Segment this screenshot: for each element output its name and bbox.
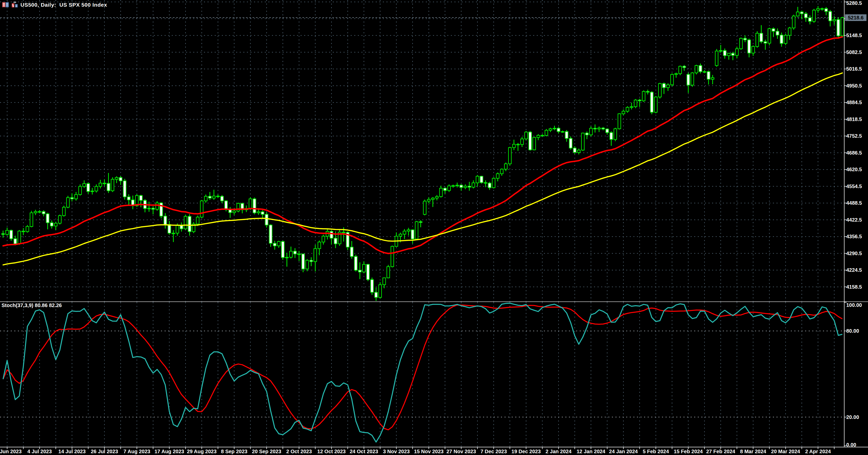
candle-body <box>586 133 588 135</box>
candle-body <box>62 207 65 216</box>
price-axis-label: 5016.5 <box>846 66 862 72</box>
candle-body <box>573 148 576 152</box>
stoch-axis-label: 100.00 <box>846 302 862 308</box>
candle-body <box>294 251 297 254</box>
date-axis-label: 12 Oct 2023 <box>317 448 346 454</box>
candle-body <box>557 128 560 132</box>
candle-body <box>687 75 690 85</box>
candle-body <box>642 91 645 101</box>
date-axis-label: 20 Sep 2023 <box>252 448 281 454</box>
price-axis-label: 4554.5 <box>846 183 862 189</box>
candle-body <box>156 203 158 209</box>
current-price-tag: 5218.6 <box>845 14 866 21</box>
chart-title-bar: US500, Daily: US SPX 500 Index <box>2 2 107 8</box>
candle-body <box>415 222 418 239</box>
candle-body <box>212 196 215 198</box>
chart-list-icon[interactable] <box>2 2 9 8</box>
candle-body <box>6 230 8 234</box>
candle-body <box>379 285 381 297</box>
candle-body <box>683 66 685 67</box>
candle-body <box>699 65 702 72</box>
candle-body <box>703 72 706 73</box>
candle-body <box>545 130 548 135</box>
candle-body <box>671 75 674 85</box>
candle-body <box>391 247 394 267</box>
candle-body <box>748 40 750 53</box>
candle-body <box>269 225 272 243</box>
candle-body <box>383 278 386 285</box>
candle-body <box>99 183 102 187</box>
candle-body <box>419 222 422 222</box>
candle-body <box>593 128 596 129</box>
candle-body <box>452 186 455 186</box>
price-chart-canvas[interactable] <box>0 0 868 455</box>
candle-body <box>808 18 811 21</box>
candle-body <box>829 11 832 21</box>
candle-body <box>776 31 779 35</box>
candle-body <box>330 231 333 238</box>
candle-body <box>66 198 69 207</box>
candle-body <box>533 137 536 150</box>
candle-body <box>273 244 276 246</box>
candle-body <box>821 9 824 9</box>
candle-body <box>658 84 661 97</box>
price-axis-label: 4950.5 <box>846 83 862 89</box>
candle-body <box>302 254 304 269</box>
candle-body <box>10 230 12 239</box>
price-axis-label: 4158.5 <box>846 284 862 290</box>
date-axis-label: 24 Jan 2024 <box>609 448 638 454</box>
candle-body <box>447 186 451 190</box>
candle-body <box>265 215 268 225</box>
date-axis-label: 27 Nov 2023 <box>446 448 476 454</box>
candle-body <box>472 183 475 187</box>
candle-body <box>87 184 90 192</box>
date-axis-label: 19 Dec 2023 <box>512 448 541 454</box>
candle-body <box>103 183 106 184</box>
candle-body <box>622 111 625 114</box>
chart-file-icon[interactable] <box>11 2 18 8</box>
candle-body <box>756 33 758 47</box>
candle-body <box>679 66 682 74</box>
trading-terminal: US500, Daily: US SPX 500 Index Stoch(37,… <box>0 0 868 455</box>
candle-body <box>14 239 17 244</box>
candle-body <box>541 135 544 136</box>
candle-body <box>618 114 621 129</box>
date-axis-label: 5 Feb 2024 <box>643 448 669 454</box>
candle-body <box>209 196 211 198</box>
stoch-indicator-label: Stoch(37,3,9) 80.86 82.26 <box>2 303 62 308</box>
candle-body <box>127 197 130 200</box>
price-axis-label: 4686.5 <box>846 150 862 156</box>
price-axis-label: 4224.5 <box>846 267 862 273</box>
candle-body <box>553 128 556 129</box>
candle-body <box>205 196 207 201</box>
candle-body <box>318 242 321 249</box>
candle-body <box>30 213 33 227</box>
candle-body <box>715 51 718 65</box>
candle-body <box>500 169 503 174</box>
candle-body <box>119 178 122 181</box>
candle-body <box>606 129 609 133</box>
candle-body <box>403 231 406 234</box>
candle-body <box>537 135 539 137</box>
stoch-axis-label: 80.00 <box>846 328 859 334</box>
candle-body <box>164 216 167 225</box>
candle-body <box>626 108 629 111</box>
candle-body <box>780 35 783 44</box>
candle-body <box>314 249 317 262</box>
date-axis-label: 20 Mar 2024 <box>771 448 800 454</box>
price-axis-label: 4422.5 <box>846 217 862 223</box>
candle-body <box>513 144 515 148</box>
candle-body <box>423 201 426 215</box>
candle-body <box>148 208 151 209</box>
candle-body <box>650 92 653 112</box>
price-axis-label: 5148.5 <box>846 32 862 38</box>
candle-body <box>354 256 357 270</box>
date-axis-label: 27 Feb 2024 <box>706 448 735 454</box>
candle-body <box>180 225 183 229</box>
candle-body <box>634 100 637 107</box>
candle-body <box>431 198 434 199</box>
candle-body <box>456 185 459 186</box>
candle-body <box>70 198 73 199</box>
candle-body <box>399 234 402 236</box>
candle-body <box>358 270 361 272</box>
